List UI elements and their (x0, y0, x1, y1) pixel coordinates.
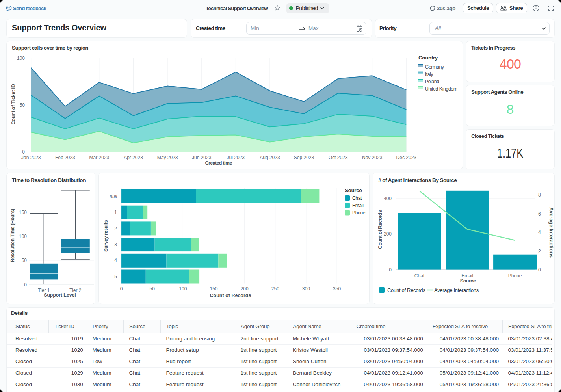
svg-text:Phone: Phone (508, 273, 522, 279)
svg-text:Support Level: Support Level (44, 292, 76, 298)
svg-text:Count of Ticket ID: Count of Ticket ID (11, 84, 16, 124)
svg-text:150: 150 (19, 210, 27, 215)
svg-text:Email: Email (461, 273, 473, 279)
svg-text:Italy: Italy (425, 72, 434, 77)
svg-text:50: 50 (20, 102, 25, 108)
svg-text:Source: Source (345, 188, 362, 193)
svg-text:Count of Records: Count of Records (210, 293, 251, 298)
svg-text:Chat: Chat (352, 195, 362, 201)
svg-text:Count of Records: Count of Records (387, 287, 425, 293)
svg-text:Resolution Time (Hours): Resolution Time (Hours) (10, 209, 15, 262)
svg-text:150: 150 (210, 286, 217, 292)
svg-text:200: 200 (384, 231, 392, 237)
svg-text:3: 3 (114, 242, 117, 247)
svg-text:Feb 2023: Feb 2023 (55, 155, 75, 160)
svg-text:Source: Source (460, 278, 476, 284)
svg-text:0: 0 (120, 286, 123, 292)
svg-text:50: 50 (22, 258, 27, 263)
svg-text:Poland: Poland (425, 79, 439, 84)
svg-text:United Kingdom: United Kingdom (425, 86, 457, 92)
svg-text:Phone: Phone (352, 210, 366, 216)
svg-text:Mar 2023: Mar 2023 (89, 155, 110, 160)
svg-text:Nov 2023: Nov 2023 (362, 155, 383, 160)
svg-text:6: 6 (538, 211, 541, 217)
svg-text:Survey results: Survey results (103, 220, 109, 252)
svg-text:Oct 2023: Oct 2023 (329, 155, 348, 160)
svg-text:100: 100 (179, 286, 187, 292)
svg-text:Jun 2023: Jun 2023 (192, 155, 212, 160)
svg-text:4: 4 (538, 230, 541, 235)
svg-text:Germany: Germany (425, 64, 444, 70)
svg-text:Average Interactions: Average Interactions (548, 207, 554, 258)
svg-text:350: 350 (333, 286, 341, 292)
svg-text:null: null (110, 194, 117, 199)
svg-text:400: 400 (384, 196, 392, 201)
svg-text:Jan 2023: Jan 2023 (21, 155, 41, 160)
svg-text:250: 250 (271, 286, 279, 292)
svg-text:Aug 2023: Aug 2023 (260, 155, 280, 160)
svg-text:Created time: Created time (205, 160, 232, 166)
svg-text:Count of Records: Count of Records (378, 210, 383, 249)
svg-text:2: 2 (538, 249, 541, 254)
svg-text:0: 0 (22, 149, 25, 155)
svg-text:100: 100 (19, 234, 27, 239)
svg-text:2: 2 (114, 226, 117, 231)
svg-text:Email: Email (352, 203, 364, 208)
svg-text:50: 50 (150, 286, 155, 292)
svg-text:300: 300 (302, 286, 310, 292)
svg-text:0: 0 (538, 267, 541, 273)
svg-text:8: 8 (538, 192, 541, 198)
svg-text:100: 100 (17, 56, 25, 61)
svg-text:Dec 2023: Dec 2023 (396, 155, 417, 160)
svg-text:Sep 2023: Sep 2023 (294, 155, 314, 160)
svg-text:0: 0 (24, 282, 27, 288)
svg-text:May 2023: May 2023 (157, 155, 178, 160)
svg-text:0: 0 (389, 267, 392, 273)
svg-text:Apr 2023: Apr 2023 (124, 155, 143, 160)
svg-text:1: 1 (114, 210, 117, 215)
svg-text:Chat: Chat (414, 273, 425, 279)
svg-text:Jul 2023: Jul 2023 (227, 155, 245, 160)
svg-text:4: 4 (114, 258, 117, 263)
svg-text:200: 200 (241, 286, 249, 292)
svg-text:5: 5 (114, 274, 117, 279)
svg-text:Average Interactions: Average Interactions (434, 287, 479, 293)
svg-text:Country: Country (418, 55, 438, 61)
